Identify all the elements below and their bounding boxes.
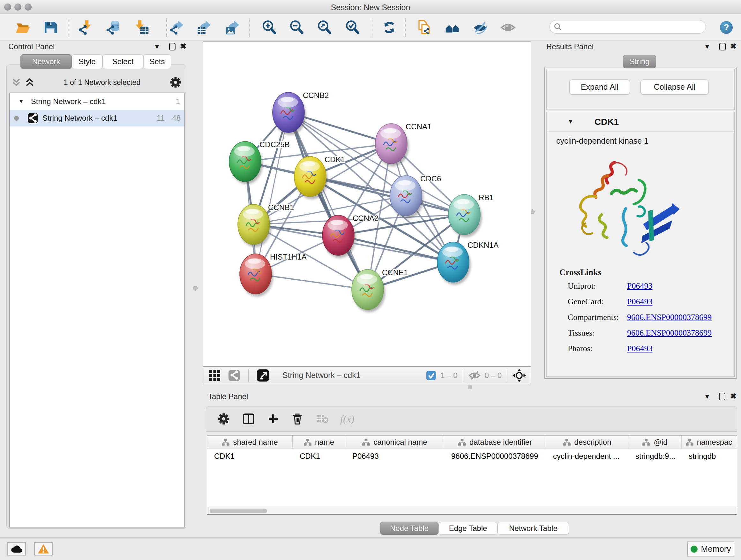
bottom-splitter-handle[interactable] [468,385,472,389]
show-all-icon[interactable] [497,17,519,38]
save-session-icon[interactable] [40,17,61,38]
network-collection-row[interactable]: ▼ String Network – cdk1 1 [10,93,185,110]
node-CCNB1[interactable]: CCNB1 [238,203,294,247]
new-network-from-file-icon[interactable] [414,17,435,38]
network-options-gear-icon[interactable] [170,77,181,88]
table-panel-close-icon[interactable]: ✖ [730,392,737,401]
table-panel-menu-icon[interactable]: ▼ [704,393,711,400]
control-panel-title: Control Panel [8,42,55,51]
delete-column-icon[interactable] [292,413,303,425]
tab-sets[interactable]: Sets [143,54,171,69]
column-header-canonical-name[interactable]: canonical name [345,435,444,449]
table-panel-float-icon[interactable] [719,393,725,400]
left-splitter-handle[interactable] [193,286,198,291]
search-input[interactable] [564,22,698,31]
table-hscrollbar-thumb[interactable] [210,509,267,513]
node-CCNB2[interactable]: CCNB2 [273,91,329,135]
control-panel-close-icon[interactable]: ✖ [180,42,186,51]
column-header-namespac[interactable]: namespac [682,435,736,449]
zoom-fit-icon[interactable] [314,17,335,38]
node-CDKN1A[interactable]: CDKN1A [437,241,498,285]
crosslink-row: Uniprot:P06493 [568,281,734,291]
node-CCNA2[interactable]: CCNA2 [322,214,379,258]
network-view-toolbar: String Network – cdk1 1 – 0 0 – 0 [203,367,531,384]
show-columns-icon[interactable] [243,413,255,425]
control-panel-float-icon[interactable] [169,43,176,51]
tab-network-table[interactable]: Network Table [497,522,569,535]
expand-all-networks-icon[interactable] [25,78,35,87]
search-box[interactable] [549,20,706,34]
tab-node-table[interactable]: Node Table [380,522,439,535]
tab-network[interactable]: Network [20,54,72,69]
control-panel-menu-icon[interactable]: ▼ [154,43,160,51]
import-database-icon[interactable] [103,17,124,38]
open-session-icon[interactable] [12,17,33,38]
tab-string[interactable]: String [623,55,656,68]
grid-view-icon[interactable] [209,370,220,381]
collapse-all-button[interactable]: Collapse All [641,79,709,95]
string-network-icon [28,113,38,123]
results-panel-float-icon[interactable] [719,43,726,51]
protein-section-header[interactable]: ▼ CDK1 [547,112,734,132]
export-table-icon[interactable] [194,17,215,38]
edge-count: 48 [172,114,181,123]
column-header-shared-name[interactable]: shared name [207,435,293,449]
zoom-selected-icon[interactable] [342,17,363,38]
tab-edge-table[interactable]: Edge Table [439,522,497,535]
column-header--id[interactable]: @id [628,435,682,449]
tree-expander-icon[interactable]: ▼ [18,98,24,105]
node-RB1[interactable]: RB1 [448,193,494,237]
table-row[interactable]: CDK1CDK1P064939606.ENSP00000378699cyclin… [207,449,737,463]
crosslink-link[interactable]: P06493 [627,281,652,291]
network-row-selected[interactable]: String Network – cdk1 11 48 [10,110,185,126]
memory-button[interactable]: Memory [687,542,734,557]
import-network-icon[interactable] [75,17,96,38]
network-collection-label: String Network – cdk1 [31,97,106,106]
edge-CCNB2-CCNE1[interactable] [288,112,367,290]
table-toolbar: f(x) [206,406,737,432]
warnings-button[interactable] [34,542,53,556]
add-column-icon[interactable] [267,413,279,425]
hidden-eye-icon[interactable] [468,370,481,381]
refresh-icon[interactable] [379,17,400,38]
table-hscrollbar[interactable] [207,507,737,514]
node-table[interactable]: shared namenamecanonical namedatabase id… [207,435,737,515]
renderer-switch-icon[interactable] [257,369,269,381]
export-image-icon[interactable] [222,17,244,38]
node-CDC25B[interactable]: CDC25B [229,140,290,184]
node-HIST1H1A[interactable]: HIST1H1A [240,253,307,297]
crosslink-link[interactable]: 9606.ENSP00000378699 [627,328,712,338]
zoom-out-icon[interactable] [286,17,307,38]
selected-nodes-checkbox[interactable] [426,371,436,380]
section-expander-icon[interactable]: ▼ [568,118,574,125]
collapse-all-networks-icon[interactable] [11,78,21,87]
column-type-icon [685,438,694,446]
string-home-icon[interactable] [442,17,463,38]
results-panel-close-icon[interactable]: ✖ [730,42,737,51]
cloud-button[interactable] [7,542,26,556]
hide-selected-icon[interactable] [469,17,490,38]
birdseye-view-icon[interactable] [228,370,240,381]
edge-CCNB2-HIST1H1A[interactable] [256,112,288,274]
function-builder-icon: f(x) [340,413,354,425]
crosslink-link[interactable]: 9606.ENSP00000378699 [627,313,712,322]
column-header-database-identifier[interactable]: database identifier [444,435,546,449]
network-canvas[interactable]: CCNB2 CCNA1 CDC25B [203,42,531,367]
column-header-description[interactable]: description [546,435,628,449]
zoom-in-icon[interactable] [259,17,280,38]
crosslink-link[interactable]: P06493 [627,344,652,354]
node-CCNA1[interactable]: CCNA1 [375,122,431,166]
tab-select[interactable]: Select [103,54,143,69]
results-panel-menu-icon[interactable]: ▼ [704,43,711,51]
import-table-icon[interactable] [131,17,152,38]
toolbar-separator [372,18,373,37]
export-network-icon[interactable] [166,17,188,38]
tab-style[interactable]: Style [72,54,103,69]
node-CCNE1[interactable]: CCNE1 [352,268,408,312]
move-crosshair-icon[interactable] [512,368,526,382]
column-header-name[interactable]: name [293,435,345,449]
table-options-gear-icon[interactable] [218,413,230,425]
crosslink-link[interactable]: P06493 [627,297,652,307]
help-icon[interactable]: ? [720,21,733,34]
expand-all-button[interactable]: Expand All [569,79,630,95]
